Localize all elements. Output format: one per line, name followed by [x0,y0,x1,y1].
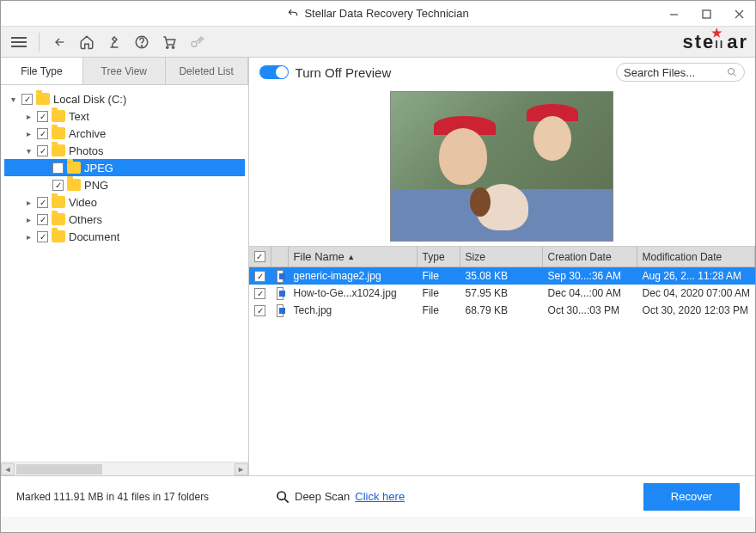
table-row[interactable]: ✓generic-image2.jpgFile35.08 KBSep 30...… [249,267,755,285]
right-panel: Turn Off Preview Search Files... ✓ File … [249,58,755,475]
scroll-right-icon[interactable]: ► [235,463,248,475]
cell-type: File [418,287,460,299]
preview-image [390,91,613,242]
tree-item-others[interactable]: ▸✓Others [4,211,245,228]
cell-mdate: Dec 04, 2020 07:00 AM [637,287,755,299]
tree-checkbox[interactable]: ✓ [37,231,48,242]
grid-header[interactable]: ✓ File Name ▲ Type Size Creation Date Mo… [249,247,755,267]
tree-checkbox[interactable]: ✓ [37,128,48,139]
svg-line-14 [734,74,736,77]
search-input[interactable]: Search Files... [616,63,745,82]
col-modification-date[interactable]: Modification Date [637,247,755,266]
chevron-down-icon[interactable]: ▾ [8,95,18,104]
row-checkbox[interactable]: ✓ [254,305,265,316]
tree-item-local-disk-c-[interactable]: ▾✓Local Disk (C:) [4,90,245,107]
row-checkbox[interactable]: ✓ [254,288,265,299]
home-icon[interactable] [76,31,98,53]
select-all-checkbox[interactable]: ✓ [254,251,265,262]
cell-size: 68.79 KB [460,304,543,316]
tree-label: PNG [84,179,108,192]
folder-icon [52,127,65,139]
scroll-thumb[interactable] [16,464,102,475]
chevron-right-icon[interactable]: ▸ [23,198,34,207]
microscope-icon[interactable] [103,31,125,53]
cell-type: File [418,304,460,316]
tree-item-video[interactable]: ▸✓Video [4,193,245,211]
chevron-right-icon[interactable]: ▸ [23,215,34,224]
folder-icon [52,230,65,242]
tree-item-png[interactable]: ✓PNG [4,176,245,193]
status-text: Marked 111.91 MB in 41 files in 17 folde… [16,491,209,503]
tab-file-type[interactable]: File Type [1,58,83,84]
deep-scan-link[interactable]: Click here [355,490,405,503]
folder-icon [52,196,65,208]
tree-checkbox[interactable]: ✓ [37,214,48,225]
cell-cdate: Sep 30...:36 AM [543,270,637,282]
tree-checkbox[interactable]: ✓ [52,180,64,191]
col-size[interactable]: Size [460,247,543,266]
table-row[interactable]: ✓How-to-Ge...x1024.jpgFile57.95 KBDec 04… [249,285,755,302]
undo-icon [287,8,299,20]
tree-label: Document [69,230,119,243]
cell-size: 57.95 KB [460,287,543,299]
tree-item-photos[interactable]: ▾✓Photos [4,142,245,159]
row-checkbox[interactable]: ✓ [254,271,265,282]
tree-item-archive[interactable]: ▸✓Archive [4,125,245,142]
folder-icon [52,110,65,122]
folder-tree[interactable]: ▾✓Local Disk (C:)▸✓Text▸✓Archive▾✓Photos… [1,85,248,462]
svg-point-11 [172,46,174,47]
cell-name: How-to-Ge...x1024.jpg [289,287,418,299]
folder-icon [52,144,65,156]
recover-button[interactable]: Recover [643,483,740,511]
tree-item-jpeg[interactable]: ✓JPEG [4,159,245,176]
tree-item-document[interactable]: ▸✓Document [4,228,245,245]
scroll-left-icon[interactable]: ◄ [1,463,15,475]
chevron-right-icon[interactable]: ▸ [23,232,34,242]
table-row[interactable]: ✓Tech.jpgFile68.79 KBOct 30...:03 PMOct … [249,302,755,319]
minimize-button[interactable] [657,1,690,27]
chevron-right-icon[interactable]: ▸ [23,129,34,138]
tree-checkbox[interactable]: ✓ [21,94,33,105]
left-panel: File Type Tree View Deleted List ▾✓Local… [1,58,249,475]
tree-checkbox[interactable]: ✓ [37,197,48,208]
close-button[interactable] [722,1,755,27]
help-icon[interactable] [131,31,153,53]
chevron-right-icon[interactable]: ▸ [23,112,34,121]
brand-logo: stel★lar [682,31,748,53]
tree-h-scrollbar[interactable]: ◄ ► [1,462,248,475]
folder-icon [52,213,65,225]
preview-toggle[interactable] [259,65,289,79]
preview-toggle-label: Turn Off Preview [296,65,392,80]
cell-name: Tech.jpg [289,304,418,316]
svg-rect-1 [703,10,710,18]
preview-pane [249,87,755,246]
col-filename[interactable]: File Name ▲ [289,247,418,266]
cell-mdate: Aug 26, 2... 11:28 AM [637,270,755,282]
chevron-down-icon[interactable]: ▾ [23,146,34,156]
search-placeholder: Search Files... [624,66,695,79]
tree-checkbox[interactable]: ✓ [52,162,64,174]
tree-item-text[interactable]: ▸✓Text [4,107,245,125]
deep-scan: Deep Scan Click here [276,490,405,504]
magnify-icon [276,490,290,504]
svg-line-16 [284,499,289,503]
tab-deleted-list[interactable]: Deleted List [166,58,248,84]
svg-point-13 [729,69,735,75]
tab-tree-view[interactable]: Tree View [83,58,166,84]
tree-label: Local Disk (C:) [53,93,126,106]
menu-icon[interactable] [8,31,30,53]
back-icon[interactable] [48,31,70,53]
folder-icon [67,162,81,174]
col-type[interactable]: Type [418,247,460,266]
cell-size: 35.08 KB [460,270,543,282]
maximize-button[interactable] [690,1,722,27]
cart-icon[interactable] [158,31,180,53]
svg-point-15 [277,492,285,499]
key-icon[interactable] [186,31,208,53]
deep-scan-label: Deep Scan [295,490,350,503]
tree-checkbox[interactable]: ✓ [37,111,48,122]
col-creation-date[interactable]: Creation Date [543,247,637,266]
tree-checkbox[interactable]: ✓ [37,145,48,156]
folder-icon [36,93,50,105]
tree-label: Text [69,110,89,123]
